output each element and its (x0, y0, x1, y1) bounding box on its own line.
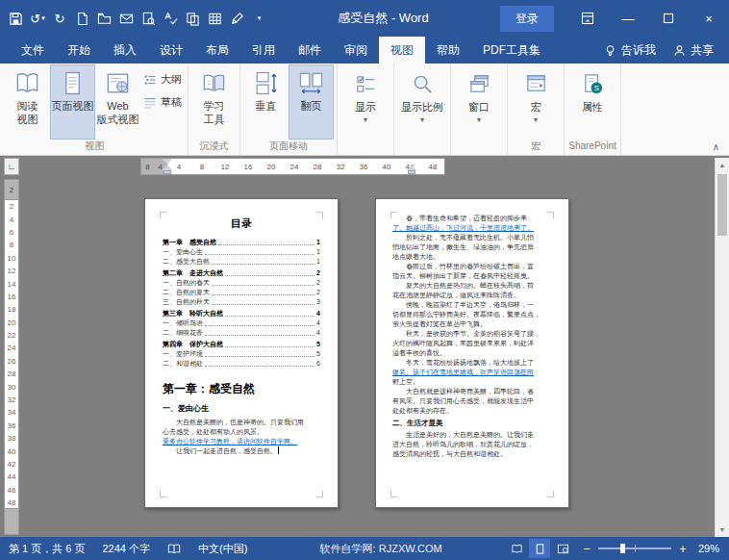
web-layout-button[interactable]: Web 版式视图 (95, 64, 140, 140)
toc-entry: 一、倾听鸟语4 (163, 318, 320, 328)
email-icon[interactable] (118, 9, 134, 28)
scroll-down-icon[interactable]: ▼ (716, 522, 729, 537)
macros-button[interactable]: 宏 ▾ (511, 64, 561, 140)
vertical-ruler[interactable]: 2 24681012141618202224262830323436384042… (4, 179, 19, 535)
tab-开始[interactable]: 开始 (56, 37, 102, 64)
spelling-check-icon[interactable] (163, 9, 178, 28)
outline-view-button[interactable]: 大纲 (143, 72, 182, 87)
zoom-in-button[interactable]: + (677, 543, 689, 555)
redo-icon[interactable]: ↻ (52, 9, 67, 28)
window-dropdown-button[interactable]: 窗口 ▾ (454, 64, 504, 140)
tab-引用[interactable]: 引用 (240, 37, 287, 64)
document-line: 指云天。柳树抽出了新芽，在春风中轻轻摇曳。 (392, 271, 552, 281)
tab-文件[interactable]: 文件 (10, 37, 56, 64)
tab-布局[interactable]: 布局 (194, 37, 240, 64)
tab-视图[interactable]: 视图 (379, 37, 425, 64)
document-line: 溢着丰收的喜悦。 (392, 348, 552, 358)
new-file-icon[interactable] (74, 9, 89, 28)
lightbulb-icon (604, 44, 616, 57)
right-indent-marker[interactable] (407, 160, 416, 170)
zoom-group-label (397, 140, 447, 155)
draft-view-button[interactable]: 草稿 (143, 95, 182, 110)
web-layout-shortcut[interactable] (552, 539, 573, 558)
page-indicator[interactable]: 第 1 页，共 6 页 (0, 542, 93, 556)
side-to-side-button[interactable]: 翻页 (289, 64, 334, 140)
sign-in-button[interactable]: 登录 (500, 6, 554, 32)
tab-设计[interactable]: 设计 (148, 37, 194, 64)
collapse-ribbon-icon[interactable]: ∧ (713, 141, 719, 152)
document-line: 春，带着生命和希望，迈着轻盈的脚步来 (392, 214, 552, 223)
read-mode-shortcut[interactable] (506, 539, 527, 558)
tab-邮件[interactable]: 邮件 (287, 37, 333, 64)
toc-leader (225, 316, 314, 317)
pen-icon[interactable] (229, 9, 244, 28)
customize-qat-icon[interactable]: ▾ (251, 9, 266, 28)
tab-帮助[interactable]: 帮助 (425, 37, 471, 64)
document-line: 悄地钻出了地面，嫩生生、绿油油的，争先恐后 (392, 242, 552, 252)
word-count[interactable]: 2244 个字 (93, 542, 159, 556)
draft-icon (143, 96, 157, 110)
zoom-controls: − + (581, 543, 698, 555)
zoom-out-button[interactable]: − (581, 543, 592, 555)
scrollbar-thumb[interactable] (717, 174, 727, 236)
zoom-percentage[interactable]: 29% (698, 543, 729, 554)
document-page-2[interactable]: 春，带着生命和希望，迈着轻盈的脚步来了。她越过高山，飞过河流，千里迢迢地来了。 … (375, 198, 569, 508)
undo-icon[interactable]: ↺ ▾ (30, 9, 45, 28)
scroll-up-icon[interactable]: ▲ (716, 158, 729, 172)
learning-tools-button[interactable]: 学习 工具 (191, 64, 237, 140)
properties-button[interactable]: S 属性 (567, 64, 617, 140)
toc-entry: 二、感受大自然1 (163, 257, 320, 267)
copy-icon[interactable] (185, 9, 200, 28)
print-layout-shortcut[interactable] (529, 539, 550, 558)
minimize-button[interactable]: — (608, 0, 648, 37)
document-page-1[interactable]: 目录 第一章 感受自然1一、爱由心生1二、感受大自然1第二章 走进大自然2一、自… (144, 198, 339, 508)
read-mode-button[interactable]: 阅读 视图 (5, 64, 50, 140)
read-mode-label-1: 阅读 (17, 100, 38, 113)
save-icon[interactable] (8, 9, 23, 28)
zoom-dropdown-button[interactable]: 显示比例 ▾ (397, 64, 447, 140)
tab-审阅[interactable]: 审阅 (333, 37, 379, 64)
ruler-number: 36 (5, 420, 18, 432)
tab-插入[interactable]: 插入 (102, 37, 148, 64)
right-indent-box[interactable] (408, 170, 415, 174)
ruler-number: 8 (5, 239, 18, 251)
group-views: 阅读 视图 页面视图 Web 版式视图 (2, 64, 189, 155)
left-indent-marker[interactable] (163, 170, 171, 174)
ruler-number: 48 (421, 159, 444, 174)
table-icon[interactable] (207, 9, 222, 28)
vertical-label: 垂直 (256, 100, 277, 113)
language-indicator[interactable]: 中文(中国) (189, 542, 256, 556)
hanging-indent-marker[interactable] (163, 160, 172, 170)
horizontal-ruler[interactable]: 84 4812162024283236404448 (140, 158, 445, 175)
vertical-button[interactable]: 垂直 (243, 64, 289, 140)
ribbon-display-options-icon[interactable] (567, 0, 608, 37)
show-dropdown-button[interactable]: 显示 ▾ (340, 64, 390, 140)
tab-stop-selector[interactable]: ∟ (4, 158, 19, 175)
vertical-scroll-icon (253, 70, 279, 99)
print-preview-icon[interactable] (140, 9, 156, 28)
document-line: 所到之处，无不蕴藏着无比生机。小草儿悄 (392, 233, 552, 242)
zoom-slider[interactable] (598, 547, 671, 549)
person-icon (673, 44, 686, 57)
toc-page-number: 4 (316, 318, 320, 328)
document-line: 花在池塘里静静绽放，微风送来阵阵清香。 (392, 291, 552, 300)
zoom-slider-thumb[interactable] (620, 544, 625, 553)
proofing-status[interactable] (159, 543, 189, 555)
view-shortcuts (506, 539, 573, 558)
share-button[interactable]: 共享 (673, 42, 714, 59)
vertical-scrollbar[interactable]: ▲ ▼ (715, 158, 729, 537)
toc-page-number: 5 (316, 340, 320, 349)
group-sharepoint: S 属性 SharePoint (565, 64, 621, 155)
ruler-number: 16 (237, 159, 260, 174)
close-button[interactable]: × (689, 0, 729, 37)
toc-entry-text: 第二章 走进大自然 (163, 268, 223, 278)
toc-leader (212, 285, 314, 286)
toc-entry-text: 第四章 保护大自然 (163, 340, 223, 349)
tell-me-button[interactable]: 告诉我 (604, 42, 656, 59)
print-layout-button[interactable]: 页面视图 (50, 64, 95, 140)
open-folder-icon[interactable] (96, 9, 112, 28)
maximize-button[interactable] (648, 0, 689, 37)
tab-PDF工具集[interactable]: PDF工具集 (471, 37, 552, 64)
window-title: 感受自然 - Word (266, 10, 500, 27)
title-bar: ↺ ▾ ↻ (0, 0, 729, 37)
